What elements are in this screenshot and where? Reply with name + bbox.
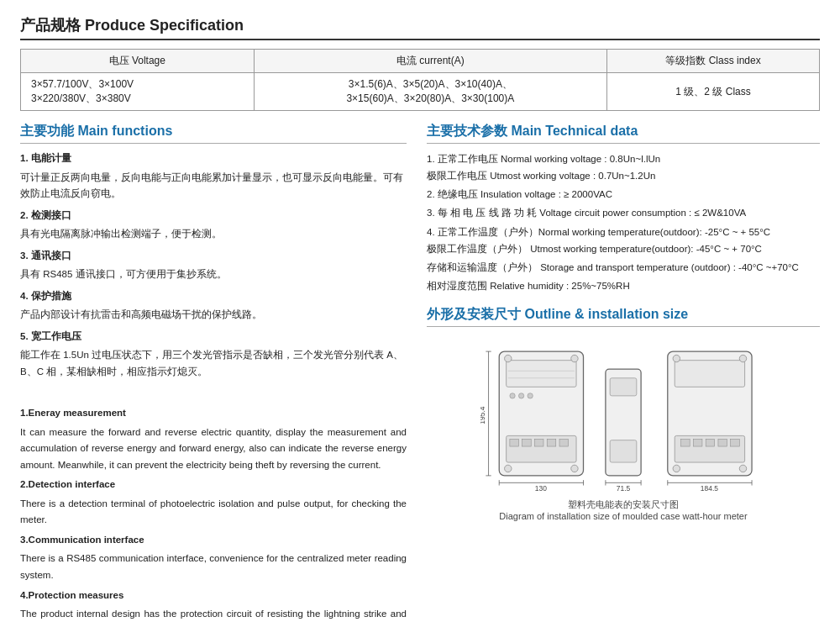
main-functions-body: 1. 电能计量可计量正反两向电量，反向电能与正向电能累加计量显示，也可显示反向电…: [20, 150, 407, 622]
tech-body: 1. 正常工作电压 Normal working voltage : 0.8Un…: [427, 150, 820, 294]
svg-point-15: [505, 465, 512, 472]
svg-rect-12: [559, 440, 569, 446]
svg-rect-43: [731, 440, 740, 446]
svg-point-6: [528, 393, 533, 398]
func-title-en: 3.Communication interface: [20, 532, 407, 549]
spec-table: 电压 Voltage 电流 current(A) 等级指数 Class inde…: [20, 49, 820, 111]
tech-item: 4. 正常工作温度（户外）Normal working temperature(…: [427, 224, 820, 257]
tech-item: 相对湿度范围 Relative humidity : 25%~75%RH: [427, 277, 820, 294]
svg-point-35: [673, 355, 680, 361]
svg-point-5: [518, 393, 523, 398]
main-functions-title: 主要功能 Main functions: [20, 123, 407, 144]
func-title-en: 2.Detection interface: [20, 477, 407, 493]
svg-point-38: [739, 465, 746, 472]
right-column: 主要技术参数 Main Technical data 1. 正常工作电压 Nor…: [427, 123, 820, 622]
func-title-zh: 5. 宽工作电压: [20, 329, 407, 345]
svg-text:184.5: 184.5: [701, 484, 718, 493]
svg-text:130: 130: [535, 484, 547, 493]
svg-rect-9: [522, 440, 532, 446]
installation-diagram: 130 195.4 71.5: [480, 334, 766, 493]
svg-rect-40: [693, 440, 702, 446]
caption-en: Diagram of installation size of moulded …: [499, 511, 747, 521]
page-title: 产品规格 Produce Specification: [20, 15, 820, 40]
func-body-en: There is a detection terminal of photoel…: [20, 496, 407, 529]
svg-rect-33: [675, 361, 744, 387]
tech-item: 存储和运输温度（户外） Storage and transport temper…: [427, 259, 820, 276]
func-body-zh: 产品内部设计有抗雷击和高频电磁场干扰的保护线路。: [20, 307, 407, 324]
outline-title: 外形及安装尺寸 Outline & installation size: [427, 306, 820, 327]
svg-rect-27: [610, 440, 637, 462]
svg-point-4: [510, 393, 515, 398]
func-body-en: The product internal design has the prot…: [20, 606, 407, 622]
svg-rect-11: [547, 440, 556, 446]
diagram-container: 130 195.4 71.5: [427, 334, 820, 521]
tech-item: 2. 绝缘电压 Insulation voltage : ≥ 2000VAC: [427, 186, 820, 203]
func-title-zh: 1. 电能计量: [20, 150, 407, 167]
func-body-zh: 能工作在 1.5Un 过电压状态下，用三个发光管指示是否缺相，三个发光管分别代表…: [20, 347, 407, 380]
func-body-en: There is a RS485 communication interface…: [20, 551, 407, 583]
func-title-en: 4.Protection measures: [20, 588, 407, 604]
spec-table-voltage: 3×57.7/100V、3×100V 3×220/380V、3×380V: [21, 73, 255, 111]
two-col-layout: 主要功能 Main functions 1. 电能计量可计量正反两向电量，反向电…: [20, 123, 820, 622]
diagram-caption: 塑料壳电能表的安装尺寸图 Diagram of installation siz…: [499, 498, 747, 521]
svg-point-13: [505, 355, 512, 361]
func-title-zh: 4. 保护措施: [20, 288, 407, 305]
svg-rect-10: [534, 440, 543, 446]
svg-rect-39: [681, 440, 690, 446]
func-body-zh: 可计量正反两向电量，反向电能与正向电能累加计量显示，也可显示反向电能量。可有效防…: [20, 170, 407, 203]
svg-point-14: [571, 355, 578, 361]
tech-item: 3. 每 相 电 压 线 路 功 耗 Voltage circuit power…: [427, 204, 820, 221]
main-functions-section: 主要功能 Main functions 1. 电能计量可计量正反两向电量，反向电…: [20, 123, 407, 622]
main-tech-title: 主要技术参数 Main Technical data: [427, 123, 820, 144]
spec-table-current: 3×1.5(6)A、3×5(20)A、3×10(40)A、 3×15(60)A、…: [254, 73, 607, 111]
func-body-zh: 具有 RS485 通讯接口，可方便用于集抄系统。: [20, 266, 407, 283]
svg-rect-26: [610, 378, 637, 396]
caption-zh: 塑料壳电能表的安装尺寸图: [568, 499, 679, 509]
svg-text:195.4: 195.4: [480, 406, 486, 424]
spec-table-header-class: 等级指数 Class index: [607, 50, 820, 73]
tech-item: 1. 正常工作电压 Normal working voltage : 0.8Un…: [427, 150, 820, 184]
outline-section: 外形及安装尺寸 Outline & installation size: [427, 306, 820, 521]
svg-text:71.5: 71.5: [617, 484, 631, 493]
svg-rect-8: [510, 440, 519, 446]
svg-point-37: [673, 465, 680, 472]
svg-rect-42: [718, 440, 727, 446]
svg-rect-1: [507, 361, 576, 387]
spec-table-header-current: 电流 current(A): [254, 50, 607, 73]
svg-point-36: [739, 355, 746, 361]
func-body-en: It can measure the forward and reverse e…: [20, 424, 407, 474]
func-title-zh: 3. 通讯接口: [20, 248, 407, 265]
svg-point-16: [571, 465, 578, 472]
svg-rect-41: [706, 440, 715, 446]
spec-table-header-voltage: 电压 Voltage: [21, 50, 255, 73]
spec-table-class: 1 级、2 级 Class: [607, 73, 820, 111]
func-body-zh: 具有光电隔离脉冲输出检测端子，便于检测。: [20, 226, 407, 243]
func-title-zh: 2. 检测接口: [20, 208, 407, 224]
func-title-en: 1.Eneray measurement: [20, 405, 407, 422]
